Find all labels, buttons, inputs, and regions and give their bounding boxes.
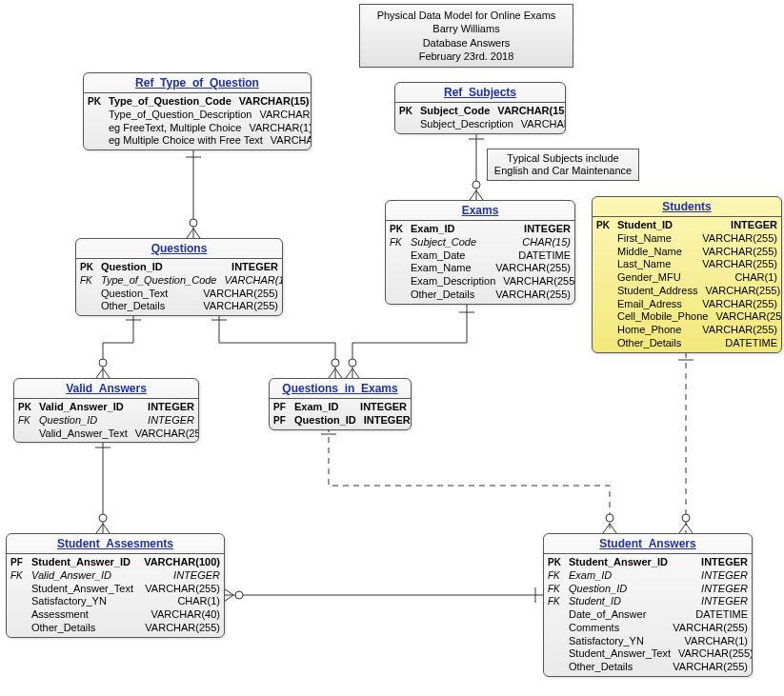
column-type: VARCHAR(255) xyxy=(495,262,571,275)
title-line: Barry Williams xyxy=(370,22,563,35)
key-indicator: FK xyxy=(10,569,31,583)
column-row: PKType_of_Question_CodeVARCHAR(15) xyxy=(88,95,307,109)
column-name: Other_Details xyxy=(569,661,673,674)
svg-point-21 xyxy=(349,359,356,367)
column-row: eg Multiple Choice with Free TextVARCHAR… xyxy=(88,134,307,148)
column-name: Student_ID xyxy=(569,595,701,608)
column-row: FKQuestion_IDINTEGER xyxy=(18,414,194,428)
column-name: eg FreeText, Multiple Choice xyxy=(109,122,249,135)
svg-point-35 xyxy=(682,514,690,522)
entity-body: PKType_of_Question_CodeVARCHAR(15)Type_o… xyxy=(84,93,311,149)
column-row: Last_NameVARCHAR(255) xyxy=(596,258,777,271)
column-type: VARCHAR(255) xyxy=(702,298,777,311)
key-indicator: FK xyxy=(390,236,411,249)
key-indicator: PK xyxy=(399,105,420,118)
column-type: INTEGER xyxy=(701,556,748,569)
column-name: Student_Answer_Text xyxy=(569,647,678,661)
column-name: Exam_ID xyxy=(569,569,701,583)
column-row: Cell_Mobile_PhoneVARCHAR(255) xyxy=(596,310,777,324)
column-type: VARCHAR(255) xyxy=(135,428,199,441)
column-row: PKExam_IDINTEGER xyxy=(390,223,571,236)
column-type: DATETIME xyxy=(518,249,571,263)
column-type: VARCHAR(1) xyxy=(271,134,312,148)
column-row: PFQuestion_IDINTEGER xyxy=(273,414,407,428)
column-row: Other_DetailsVARCHAR(255) xyxy=(548,661,748,674)
diagram-title: Physical Data Model for Online Exams Bar… xyxy=(359,4,573,68)
entity-student-answers: Student_Answers PKStudent_Answer_IDINTEG… xyxy=(543,533,753,677)
column-type: VARCHAR(15) xyxy=(239,95,310,109)
key-indicator: FK xyxy=(80,274,101,288)
column-type: VARCHAR(255) xyxy=(495,288,571,302)
svg-line-3 xyxy=(193,229,200,238)
svg-line-38 xyxy=(224,588,233,595)
entity-title: Ref_Type_of_Question xyxy=(84,73,311,93)
column-row: PKStudent_Answer_IDINTEGER xyxy=(548,556,748,569)
entity-title: Valid_Answers xyxy=(14,379,198,399)
column-name: First_Name xyxy=(617,232,702,246)
column-type: INTEGER xyxy=(701,595,748,608)
column-row: Date_of_AnswerDATETIME xyxy=(548,608,748,622)
entity-body: PKQuestion_IDINTEGERFKType_of_Question_C… xyxy=(76,259,282,315)
svg-point-9 xyxy=(472,181,480,189)
entity-body: PFExam_IDINTEGERPFQuestion_IDINTEGER xyxy=(270,399,411,429)
column-type: VARCHAR(255) xyxy=(673,622,748,635)
column-name: Subject_Code xyxy=(420,105,497,118)
column-name: Other_Details xyxy=(411,288,495,302)
entity-title: Ref_Subjects xyxy=(395,83,565,103)
column-row: FKQuestion_IDINTEGER xyxy=(548,583,748,596)
entity-title: Questions_in_Exams xyxy=(270,379,411,399)
column-name: Other_Details xyxy=(617,337,725,350)
svg-point-13 xyxy=(99,359,107,367)
column-row: PKQuestion_IDINTEGER xyxy=(80,261,278,274)
column-row: Question_TextVARCHAR(255) xyxy=(80,288,278,301)
column-row: Other_DetailsDATETIME xyxy=(596,337,777,350)
key-indicator: PK xyxy=(548,556,569,569)
column-name: Type_of_Question_Description xyxy=(109,109,259,122)
column-name: Other_Details xyxy=(31,622,145,635)
column-type: VARCHAR(255) xyxy=(503,275,575,288)
column-type: VARCHAR(255) xyxy=(678,647,753,661)
svg-line-29 xyxy=(610,524,616,533)
key-indicator: FK xyxy=(548,569,569,583)
column-name: Exam_Name xyxy=(411,262,495,275)
column-row: PFExam_IDINTEGER xyxy=(273,401,407,414)
note-line: English and Car Maintenance xyxy=(493,165,633,177)
column-row: CommentsVARCHAR(255) xyxy=(548,622,748,635)
column-row: Gender_MFUCHAR(1) xyxy=(596,271,777,285)
column-name: Exam_Description xyxy=(411,275,503,288)
entity-students: Students PKStudent_IDINTEGERFirst_NameVA… xyxy=(592,196,782,353)
column-row: Middle_NameVARCHAR(255) xyxy=(596,246,777,259)
column-name: Gender_MFU xyxy=(617,271,734,285)
svg-line-12 xyxy=(103,368,110,378)
column-type: CHAR(15) xyxy=(522,236,571,249)
column-row: Email_AdressVARCHAR(255) xyxy=(596,298,777,311)
column-name: Subject_Code xyxy=(411,236,522,249)
key-indicator: PK xyxy=(88,95,109,109)
column-name: Student_Answer_Text xyxy=(31,583,145,596)
key-indicator: PK xyxy=(596,219,617,232)
column-name: Valid_Answer_Text xyxy=(39,428,135,441)
column-name: Email_Adress xyxy=(617,298,702,311)
column-type: VARCHAR(255) xyxy=(521,118,566,131)
column-type: DATETIME xyxy=(725,337,777,350)
column-row: Other_DetailsVARCHAR(255) xyxy=(80,300,278,313)
entity-title: Students xyxy=(593,197,781,217)
svg-point-17 xyxy=(332,359,339,367)
svg-line-28 xyxy=(603,524,610,533)
column-type: INTEGER xyxy=(731,219,777,232)
column-row: FKSubject_CodeCHAR(15) xyxy=(390,236,571,249)
column-row: PFStudent_Answer_IDVARCHAR(100) xyxy=(10,556,220,569)
column-type: INTEGER xyxy=(524,223,571,236)
column-type: VARCHAR(15) xyxy=(225,274,284,288)
key-indicator: PF xyxy=(10,556,31,569)
title-line: Database Answers xyxy=(370,36,563,50)
entity-body: PKValid_Answer_IDINTEGERFKQuestion_IDINT… xyxy=(14,399,198,442)
key-indicator: FK xyxy=(18,414,39,428)
column-type: CHAR(1) xyxy=(177,595,220,608)
entity-body: PKSubject_CodeVARCHAR(15)Subject_Descrip… xyxy=(395,103,565,133)
column-type: VARCHAR(15) xyxy=(497,105,566,118)
column-row: Exam_NameVARCHAR(255) xyxy=(390,262,571,275)
column-name: Satisfactory_YN xyxy=(31,595,177,608)
column-type: VARCHAR(40) xyxy=(151,608,220,622)
column-type: VARCHAR(255) xyxy=(702,258,777,271)
